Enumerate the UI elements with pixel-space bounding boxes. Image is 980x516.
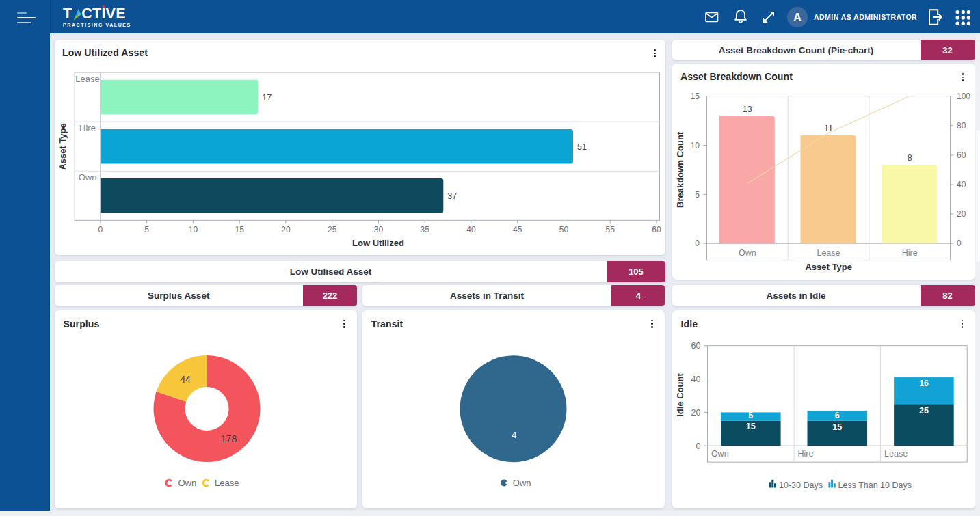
svg-text:0: 0 xyxy=(696,441,700,450)
svg-text:25: 25 xyxy=(918,405,928,415)
svg-text:37: 37 xyxy=(447,191,457,201)
svg-text:25: 25 xyxy=(328,225,337,234)
svg-text:5: 5 xyxy=(144,225,149,234)
svg-text:10-30 Days: 10-30 Days xyxy=(779,480,823,489)
svg-text:60: 60 xyxy=(652,225,661,234)
svg-text:8: 8 xyxy=(907,153,912,163)
svg-text:Lease: Lease xyxy=(215,478,239,488)
svg-text:Low Utilized: Low Utilized xyxy=(352,238,404,248)
svg-text:13: 13 xyxy=(742,105,752,114)
svg-text:44: 44 xyxy=(180,374,191,385)
svg-text:Lease: Lease xyxy=(75,74,99,84)
svg-text:6: 6 xyxy=(834,410,839,420)
svg-text:Less Than 10 Days: Less Than 10 Days xyxy=(838,480,911,489)
svg-text:10: 10 xyxy=(188,225,198,234)
svg-text:Own: Own xyxy=(738,248,756,258)
svg-text:0: 0 xyxy=(695,239,700,248)
svg-text:15: 15 xyxy=(745,422,755,431)
svg-text:40: 40 xyxy=(691,375,700,384)
svg-text:Asset Type: Asset Type xyxy=(57,123,67,169)
svg-text:40: 40 xyxy=(957,180,966,189)
svg-text:Idle Count: Idle Count xyxy=(675,372,685,416)
svg-text:50: 50 xyxy=(559,225,568,234)
svg-text:100: 100 xyxy=(957,92,970,101)
svg-text:15: 15 xyxy=(235,225,244,234)
svg-text:10: 10 xyxy=(690,141,700,150)
svg-text:Hire: Hire xyxy=(797,449,813,459)
svg-text:40: 40 xyxy=(466,225,476,234)
svg-text:Lease: Lease xyxy=(817,248,840,258)
svg-text:30: 30 xyxy=(373,225,383,234)
svg-text:20: 20 xyxy=(691,407,700,417)
svg-text:45: 45 xyxy=(513,225,522,234)
svg-text:11: 11 xyxy=(824,124,833,133)
svg-text:Hire: Hire xyxy=(901,248,917,258)
svg-text:Breakdown Count: Breakdown Count xyxy=(675,131,685,208)
svg-text:4: 4 xyxy=(512,430,517,440)
svg-text:178: 178 xyxy=(220,433,237,444)
svg-text:Own: Own xyxy=(78,172,96,182)
svg-text:Asset Type: Asset Type xyxy=(805,262,851,272)
svg-text:51: 51 xyxy=(577,142,587,152)
svg-text:Own: Own xyxy=(711,449,728,459)
svg-text:0: 0 xyxy=(98,225,103,234)
svg-text:5: 5 xyxy=(748,411,753,420)
svg-text:5: 5 xyxy=(695,190,700,200)
svg-text:16: 16 xyxy=(918,379,928,388)
svg-text:35: 35 xyxy=(420,225,429,234)
svg-text:20: 20 xyxy=(957,209,966,219)
svg-text:60: 60 xyxy=(957,150,966,160)
svg-text:0: 0 xyxy=(957,239,962,248)
svg-text:Own: Own xyxy=(512,478,531,488)
svg-text:20: 20 xyxy=(281,225,291,234)
svg-text:15: 15 xyxy=(832,422,842,432)
svg-text:Own: Own xyxy=(178,478,196,488)
svg-text:15: 15 xyxy=(690,92,700,101)
svg-text:17: 17 xyxy=(262,93,272,103)
svg-text:Lease: Lease xyxy=(884,449,908,459)
svg-text:80: 80 xyxy=(957,121,966,131)
svg-text:55: 55 xyxy=(605,225,615,234)
svg-text:Hire: Hire xyxy=(79,123,96,133)
svg-text:60: 60 xyxy=(691,341,700,351)
